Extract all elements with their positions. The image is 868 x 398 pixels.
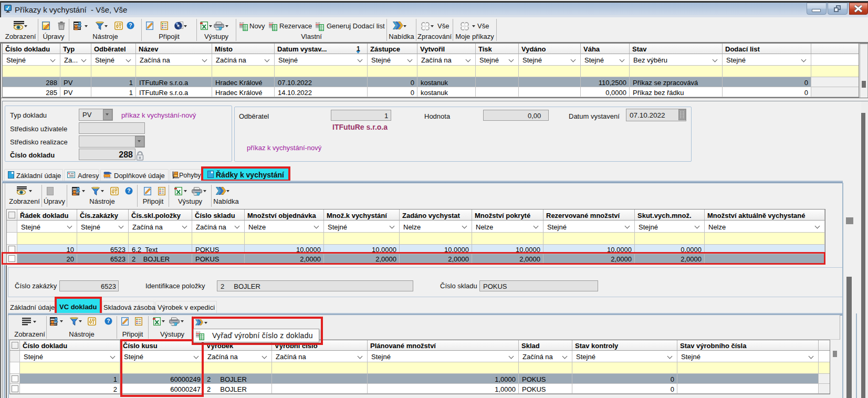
svg-text:?: ?	[107, 318, 110, 324]
svg-text:?: ?	[127, 188, 130, 194]
svg-text:?: ?	[129, 23, 132, 28]
